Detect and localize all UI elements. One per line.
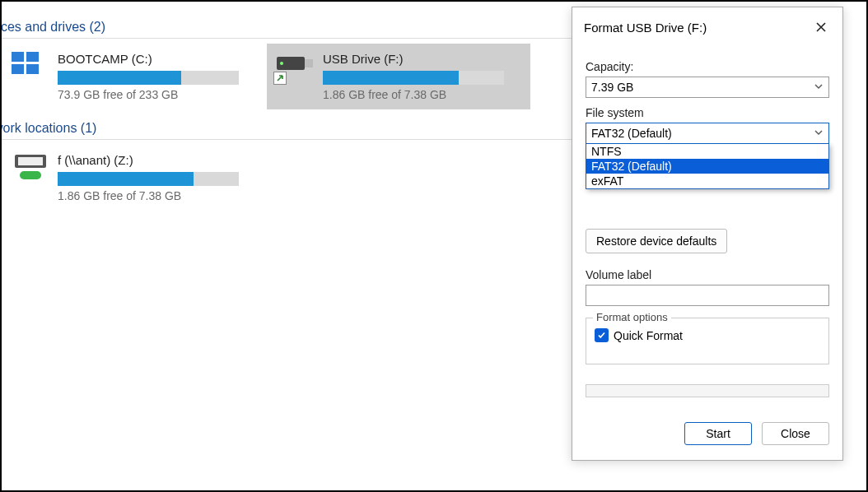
capacity-bar: [58, 172, 239, 186]
capacity-label: Capacity:: [586, 60, 829, 73]
close-dialog-button[interactable]: Close: [762, 422, 829, 445]
drive-name: BOOTCAMP (C:): [58, 52, 239, 66]
dialog-title: Format USB Drive (F:): [584, 21, 707, 35]
quick-format-label: Quick Format: [614, 329, 683, 342]
drive-item[interactable]: USB Drive (F:)1.86 GB free of 7.38 GB: [267, 44, 530, 109]
dialog-titlebar: Format USB Drive (F:): [572, 7, 842, 47]
restore-defaults-button[interactable]: Restore device defaults: [586, 229, 727, 253]
format-progress-bar: [586, 384, 829, 397]
start-button[interactable]: Start: [684, 422, 752, 445]
section-header-network[interactable]: work locations (1): [0, 118, 578, 140]
drive-free-text: 73.9 GB free of 233 GB: [58, 88, 239, 101]
drive-item[interactable]: f (\\anant) (Z:)1.86 GB free of 7.38 GB: [2, 145, 265, 211]
chevron-down-icon: [814, 127, 824, 140]
capacity-bar: [58, 71, 239, 85]
filesystem-option[interactable]: NTFS: [586, 144, 828, 159]
filesystem-dropdown: NTFSFAT32 (Default)exFAT: [586, 144, 829, 189]
filesystem-label: File system: [586, 106, 829, 119]
filesystem-value: FAT32 (Default): [591, 127, 672, 140]
format-options-group: Format options Quick Format: [586, 318, 829, 364]
shortcut-arrow-icon: [273, 72, 287, 85]
drive-name: USB Drive (F:): [323, 52, 504, 66]
svg-rect-9: [20, 171, 41, 179]
drive-name: f (\\anant) (Z:): [58, 153, 239, 167]
drive-item[interactable]: BOOTCAMP (C:)73.9 GB free of 233 GB: [2, 44, 265, 109]
volume-label-input[interactable]: [586, 285, 829, 306]
format-options-legend: Format options: [593, 311, 671, 323]
drive-icon: [12, 153, 49, 183]
svg-rect-3: [26, 64, 39, 74]
dialog-button-row: Start Close: [572, 406, 842, 460]
svg-point-6: [280, 62, 283, 65]
filesystem-option[interactable]: exFAT: [586, 174, 828, 188]
explorer-pane: rices and drives (2) BOOTCAMP (C:)73.9 G…: [2, 2, 578, 219]
filesystem-option[interactable]: FAT32 (Default): [586, 159, 828, 174]
volume-label-label: Volume label: [586, 268, 829, 281]
filesystem-select[interactable]: FAT32 (Default): [586, 123, 829, 144]
capacity-select[interactable]: 7.39 GB: [586, 77, 829, 98]
drive-icon: [12, 52, 49, 81]
checkbox-checked-icon: [595, 328, 609, 342]
section-header-devices[interactable]: rices and drives (2): [0, 16, 578, 39]
drive-free-text: 1.86 GB free of 7.38 GB: [58, 189, 239, 202]
capacity-bar: [323, 71, 504, 85]
drive-free-text: 1.86 GB free of 7.38 GB: [323, 88, 504, 101]
svg-rect-8: [18, 157, 43, 165]
drive-icon: [277, 52, 315, 81]
svg-rect-0: [12, 52, 24, 62]
close-button[interactable]: [810, 16, 833, 39]
network-list: f (\\anant) (Z:)1.86 GB free of 7.38 GB: [2, 140, 578, 219]
svg-rect-2: [12, 64, 24, 74]
format-dialog: Format USB Drive (F:) Capacity: 7.39 GB …: [572, 7, 843, 461]
close-icon: [815, 21, 827, 33]
quick-format-checkbox[interactable]: Quick Format: [595, 328, 820, 342]
capacity-value: 7.39 GB: [591, 81, 633, 94]
drives-list: BOOTCAMP (C:)73.9 GB free of 233 GBUSB D…: [2, 39, 578, 118]
svg-rect-5: [305, 59, 313, 67]
chevron-down-icon: [814, 81, 824, 94]
svg-rect-1: [26, 52, 39, 62]
